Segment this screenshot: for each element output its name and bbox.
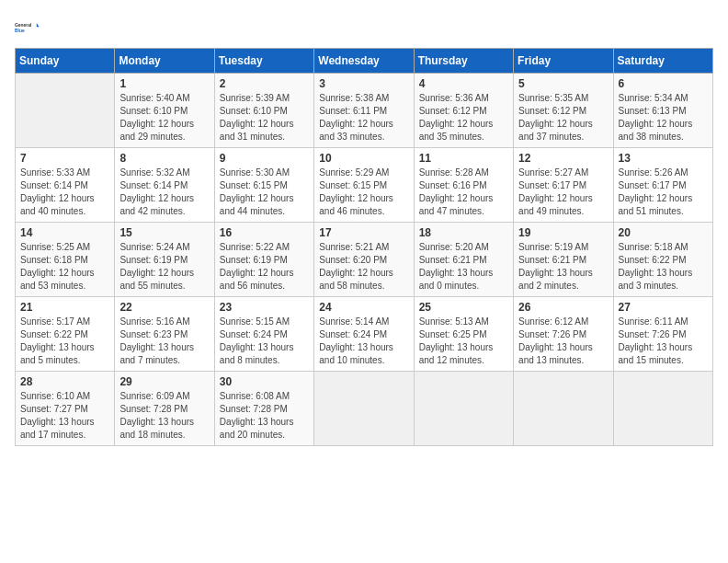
day-number: 16 <box>220 226 309 239</box>
svg-text:General: General <box>15 23 32 28</box>
calendar-cell: 3 Sunrise: 5:38 AMSunset: 6:11 PMDayligh… <box>314 74 414 148</box>
calendar-cell: 9 Sunrise: 5:30 AMSunset: 6:15 PMDayligh… <box>214 148 313 223</box>
weekday-header-sunday: Sunday <box>16 49 115 74</box>
day-number: 11 <box>419 152 508 165</box>
day-number: 3 <box>319 77 408 90</box>
calendar-cell: 15 Sunrise: 5:24 AMSunset: 6:19 PMDaylig… <box>115 223 214 297</box>
day-info: Sunrise: 5:38 AMSunset: 6:11 PMDaylight:… <box>319 92 408 144</box>
day-info: Sunrise: 5:28 AMSunset: 6:16 PMDaylight:… <box>419 167 508 218</box>
calendar-cell: 30 Sunrise: 6:08 AMSunset: 7:28 PMDaylig… <box>214 372 313 446</box>
day-info: Sunrise: 5:21 AMSunset: 6:20 PMDaylight:… <box>319 241 408 293</box>
day-number: 8 <box>119 152 209 165</box>
day-number: 18 <box>419 226 508 239</box>
day-number: 25 <box>419 301 508 314</box>
weekday-header-wednesday: Wednesday <box>314 49 414 74</box>
calendar-cell: 6 Sunrise: 5:34 AMSunset: 6:13 PMDayligh… <box>613 74 712 148</box>
calendar-cell: 1 Sunrise: 5:40 AMSunset: 6:10 PMDayligh… <box>115 74 214 148</box>
day-number: 24 <box>319 301 408 314</box>
calendar-cell <box>16 74 115 148</box>
calendar-cell: 5 Sunrise: 5:35 AMSunset: 6:12 PMDayligh… <box>514 74 613 148</box>
calendar-cell: 18 Sunrise: 5:20 AMSunset: 6:21 PMDaylig… <box>414 223 513 297</box>
calendar-week-2: 7 Sunrise: 5:33 AMSunset: 6:14 PMDayligh… <box>16 148 713 223</box>
day-number: 22 <box>119 301 209 314</box>
calendar-week-3: 14 Sunrise: 5:25 AMSunset: 6:18 PMDaylig… <box>16 223 713 297</box>
day-number: 28 <box>20 375 109 388</box>
weekday-header-monday: Monday <box>115 49 214 74</box>
calendar-cell: 22 Sunrise: 5:16 AMSunset: 6:23 PMDaylig… <box>115 297 214 372</box>
calendar-cell: 23 Sunrise: 5:15 AMSunset: 6:24 PMDaylig… <box>214 297 313 372</box>
day-info: Sunrise: 5:36 AMSunset: 6:12 PMDaylight:… <box>419 92 508 144</box>
calendar-cell: 19 Sunrise: 5:19 AMSunset: 6:21 PMDaylig… <box>514 223 613 297</box>
calendar-cell <box>414 372 513 446</box>
day-info: Sunrise: 6:11 AMSunset: 7:26 PMDaylight:… <box>619 316 708 367</box>
calendar-cell: 16 Sunrise: 5:22 AMSunset: 6:19 PMDaylig… <box>214 223 313 297</box>
day-info: Sunrise: 5:25 AMSunset: 6:18 PMDaylight:… <box>20 241 109 293</box>
calendar-cell: 21 Sunrise: 5:17 AMSunset: 6:22 PMDaylig… <box>16 297 115 372</box>
weekday-header-thursday: Thursday <box>414 49 513 74</box>
calendar-table: SundayMondayTuesdayWednesdayThursdayFrid… <box>15 48 713 446</box>
day-info: Sunrise: 5:39 AMSunset: 6:10 PMDaylight:… <box>220 92 309 144</box>
calendar-week-1: 1 Sunrise: 5:40 AMSunset: 6:10 PMDayligh… <box>16 74 713 148</box>
day-number: 21 <box>20 301 109 314</box>
calendar-cell: 2 Sunrise: 5:39 AMSunset: 6:10 PMDayligh… <box>214 74 313 148</box>
day-number: 17 <box>319 226 408 239</box>
day-info: Sunrise: 6:08 AMSunset: 7:28 PMDaylight:… <box>220 390 309 442</box>
day-number: 12 <box>518 152 608 165</box>
day-info: Sunrise: 5:34 AMSunset: 6:13 PMDaylight:… <box>619 92 708 144</box>
day-number: 13 <box>619 152 708 165</box>
day-info: Sunrise: 5:26 AMSunset: 6:17 PMDaylight:… <box>619 167 708 218</box>
day-number: 15 <box>119 226 209 239</box>
calendar-cell <box>314 372 414 446</box>
day-info: Sunrise: 5:19 AMSunset: 6:21 PMDaylight:… <box>518 241 608 293</box>
day-number: 14 <box>20 226 109 239</box>
day-number: 7 <box>20 152 109 165</box>
day-number: 1 <box>119 77 209 90</box>
day-number: 30 <box>220 375 309 388</box>
calendar-cell: 13 Sunrise: 5:26 AMSunset: 6:17 PMDaylig… <box>613 148 712 223</box>
day-info: Sunrise: 5:14 AMSunset: 6:24 PMDaylight:… <box>319 316 408 367</box>
day-info: Sunrise: 5:27 AMSunset: 6:17 PMDaylight:… <box>518 167 608 218</box>
day-number: 26 <box>518 301 608 314</box>
weekday-header-tuesday: Tuesday <box>214 49 313 74</box>
calendar-week-4: 21 Sunrise: 5:17 AMSunset: 6:22 PMDaylig… <box>16 297 713 372</box>
logo: GeneralBlue <box>15 15 40 40</box>
day-info: Sunrise: 5:40 AMSunset: 6:10 PMDaylight:… <box>119 92 209 144</box>
calendar-cell: 8 Sunrise: 5:32 AMSunset: 6:14 PMDayligh… <box>115 148 214 223</box>
calendar-cell: 20 Sunrise: 5:18 AMSunset: 6:22 PMDaylig… <box>613 223 712 297</box>
calendar-cell: 29 Sunrise: 6:09 AMSunset: 7:28 PMDaylig… <box>115 372 214 446</box>
svg-text:Blue: Blue <box>15 29 25 33</box>
day-info: Sunrise: 5:17 AMSunset: 6:22 PMDaylight:… <box>20 316 109 367</box>
calendar-cell: 12 Sunrise: 5:27 AMSunset: 6:17 PMDaylig… <box>514 148 613 223</box>
day-number: 10 <box>319 152 408 165</box>
calendar-cell: 11 Sunrise: 5:28 AMSunset: 6:16 PMDaylig… <box>414 148 513 223</box>
weekday-header-row: SundayMondayTuesdayWednesdayThursdayFrid… <box>16 49 713 74</box>
day-info: Sunrise: 5:32 AMSunset: 6:14 PMDaylight:… <box>119 167 209 218</box>
calendar-cell: 27 Sunrise: 6:11 AMSunset: 7:26 PMDaylig… <box>613 297 712 372</box>
day-info: Sunrise: 5:29 AMSunset: 6:15 PMDaylight:… <box>319 167 408 218</box>
day-number: 20 <box>619 226 708 239</box>
page-header: GeneralBlue <box>15 15 713 40</box>
calendar-cell: 7 Sunrise: 5:33 AMSunset: 6:14 PMDayligh… <box>16 148 115 223</box>
day-info: Sunrise: 6:12 AMSunset: 7:26 PMDaylight:… <box>518 316 608 367</box>
day-info: Sunrise: 5:24 AMSunset: 6:19 PMDaylight:… <box>119 241 209 293</box>
calendar-cell: 14 Sunrise: 5:25 AMSunset: 6:18 PMDaylig… <box>16 223 115 297</box>
day-info: Sunrise: 6:09 AMSunset: 7:28 PMDaylight:… <box>119 390 209 442</box>
day-number: 29 <box>119 375 209 388</box>
calendar-cell: 25 Sunrise: 5:13 AMSunset: 6:25 PMDaylig… <box>414 297 513 372</box>
svg-marker-2 <box>37 23 40 27</box>
day-number: 19 <box>518 226 608 239</box>
day-info: Sunrise: 6:10 AMSunset: 7:27 PMDaylight:… <box>20 390 109 442</box>
day-number: 6 <box>619 77 708 90</box>
day-number: 23 <box>220 301 309 314</box>
day-info: Sunrise: 5:18 AMSunset: 6:22 PMDaylight:… <box>619 241 708 293</box>
day-info: Sunrise: 5:13 AMSunset: 6:25 PMDaylight:… <box>419 316 508 367</box>
day-info: Sunrise: 5:30 AMSunset: 6:15 PMDaylight:… <box>220 167 309 218</box>
calendar-cell <box>514 372 613 446</box>
day-info: Sunrise: 5:15 AMSunset: 6:24 PMDaylight:… <box>220 316 309 367</box>
day-number: 9 <box>220 152 309 165</box>
logo-icon: GeneralBlue <box>15 15 40 40</box>
weekday-header-saturday: Saturday <box>613 49 712 74</box>
day-number: 2 <box>220 77 309 90</box>
day-info: Sunrise: 5:33 AMSunset: 6:14 PMDaylight:… <box>20 167 109 218</box>
weekday-header-friday: Friday <box>514 49 613 74</box>
